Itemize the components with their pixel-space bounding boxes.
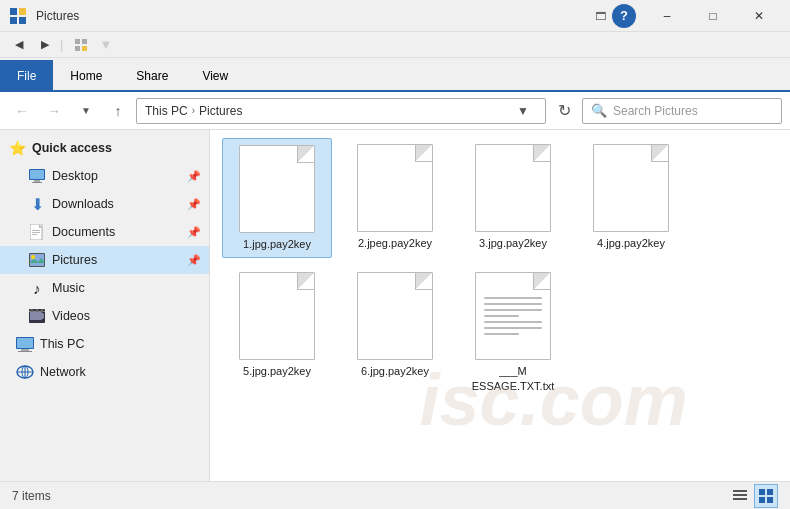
svg-rect-38 [733, 494, 747, 496]
svg-rect-17 [32, 234, 37, 235]
address-path[interactable]: This PC › Pictures ▼ [136, 98, 546, 124]
downloads-pin-icon: 📌 [187, 198, 201, 211]
svg-rect-2 [10, 17, 17, 24]
sidebar-item-thispc[interactable]: This PC [0, 330, 209, 358]
file-icon-3 [475, 144, 551, 232]
desktop-icon [28, 167, 46, 185]
line-7 [484, 333, 519, 335]
file-icon-5 [239, 272, 315, 360]
svg-rect-10 [34, 180, 40, 182]
tab-view[interactable]: View [185, 60, 245, 90]
up-button[interactable]: ↑ [104, 97, 132, 125]
dropdown-button[interactable]: ▼ [72, 97, 100, 125]
file-item-4[interactable]: 4.jpg.pay2key [576, 138, 686, 258]
file-item-3[interactable]: 3.jpg.pay2key [458, 138, 568, 258]
file-icon-2 [357, 144, 433, 232]
qa-back[interactable]: ◀ [8, 35, 30, 54]
search-box[interactable]: 🔍 Search Pictures [582, 98, 782, 124]
forward-button[interactable]: → [40, 97, 68, 125]
sidebar-item-pictures[interactable]: Pictures 📌 [0, 246, 209, 274]
help-button[interactable]: ? [612, 4, 636, 28]
line-1 [484, 297, 542, 299]
fold-2 [416, 145, 432, 161]
tab-file[interactable]: File [0, 60, 53, 90]
fold-5 [298, 273, 314, 289]
quick-access-toolbar: ◀ ▶ | ▼ [0, 32, 790, 58]
file-name-7: ___MESSAGE.TXT.txt [472, 364, 555, 393]
svg-rect-26 [31, 309, 33, 312]
minimize-button[interactable]: – [644, 0, 690, 32]
svg-rect-40 [759, 489, 765, 495]
file-grid: 1.jpg.pay2key 2.jpeg.pay2key 3.jpg.pay2k… [222, 138, 778, 399]
sidebar: ⭐ Quick access Desktop 📌 ⬇ Downloads 📌 [0, 130, 210, 481]
ribbon-tabs: File Home Share View [0, 58, 790, 92]
svg-rect-43 [767, 497, 773, 503]
sidebar-section-quick-access[interactable]: ⭐ Quick access [0, 134, 209, 162]
svg-rect-6 [75, 46, 80, 51]
file-name-2: 2.jpeg.pay2key [358, 236, 432, 250]
line-3 [484, 309, 542, 311]
file-item-7[interactable]: ___MESSAGE.TXT.txt [458, 266, 568, 399]
svg-point-20 [31, 255, 35, 259]
svg-rect-39 [733, 498, 747, 500]
fold-4 [652, 145, 668, 161]
sidebar-downloads-label: Downloads [52, 197, 114, 211]
file-name-3: 3.jpg.pay2key [479, 236, 547, 250]
sidebar-item-desktop[interactable]: Desktop 📌 [0, 162, 209, 190]
tab-home[interactable]: Home [53, 60, 119, 90]
file-icon-7 [475, 272, 551, 360]
search-icon: 🔍 [591, 103, 607, 118]
sidebar-item-network[interactable]: Network [0, 358, 209, 386]
back-button[interactable]: ← [8, 97, 36, 125]
svg-rect-15 [32, 230, 40, 231]
music-icon: ♪ [28, 279, 46, 297]
sidebar-documents-label: Documents [52, 225, 115, 239]
file-item-1[interactable]: 1.jpg.pay2key [222, 138, 332, 258]
refresh-button[interactable]: ↻ [550, 97, 578, 125]
search-placeholder: Search Pictures [613, 104, 698, 118]
videos-icon [28, 307, 46, 325]
fold-7 [534, 273, 550, 289]
window-title: Pictures [36, 9, 595, 23]
view-controls [728, 484, 778, 508]
line-4 [484, 315, 519, 317]
pictures-pin-icon: 📌 [187, 254, 201, 267]
file-icon-6 [357, 272, 433, 360]
sidebar-pictures-label: Pictures [52, 253, 97, 267]
ribbon-controls: 🗖 ? [595, 4, 640, 28]
svg-rect-28 [41, 309, 43, 312]
svg-rect-27 [36, 309, 38, 312]
file-item-6[interactable]: 6.jpg.pay2key [340, 266, 450, 399]
file-icon-4 [593, 144, 669, 232]
sidebar-item-videos[interactable]: Videos [0, 302, 209, 330]
svg-rect-31 [21, 349, 29, 351]
icon-view-button[interactable] [754, 484, 778, 508]
file-item-5[interactable]: 5.jpg.pay2key [222, 266, 332, 399]
network-icon [16, 363, 34, 381]
close-button[interactable]: ✕ [736, 0, 782, 32]
status-bar: 7 items [0, 481, 790, 509]
maximize-button[interactable]: □ [690, 0, 736, 32]
pictures-icon [28, 251, 46, 269]
content-area: isc.com 1.jpg.pay2key 2.jpeg.pay2key [210, 130, 790, 481]
file-name-4: 4.jpg.pay2key [597, 236, 665, 250]
qa-properties[interactable] [67, 34, 95, 54]
tab-share[interactable]: Share [119, 60, 185, 90]
svg-rect-30 [17, 338, 33, 348]
qa-forward[interactable]: ▶ [34, 35, 56, 54]
list-view-button[interactable] [728, 484, 752, 508]
path-dropdown[interactable]: ▼ [509, 98, 537, 124]
svg-rect-9 [30, 170, 44, 179]
svg-rect-37 [733, 490, 747, 492]
title-bar: Pictures 🗖 ? – □ ✕ [0, 0, 790, 32]
sidebar-item-downloads[interactable]: ⬇ Downloads 📌 [0, 190, 209, 218]
fold-6 [416, 273, 432, 289]
sidebar-music-label: Music [52, 281, 85, 295]
ribbon-chevron-icon[interactable]: 🗖 [595, 10, 606, 22]
file-name-6: 6.jpg.pay2key [361, 364, 429, 378]
file-item-2[interactable]: 2.jpeg.pay2key [340, 138, 450, 258]
sidebar-item-music[interactable]: ♪ Music [0, 274, 209, 302]
svg-rect-11 [32, 182, 42, 183]
file-name-1: 1.jpg.pay2key [243, 237, 311, 251]
sidebar-item-documents[interactable]: Documents 📌 [0, 218, 209, 246]
